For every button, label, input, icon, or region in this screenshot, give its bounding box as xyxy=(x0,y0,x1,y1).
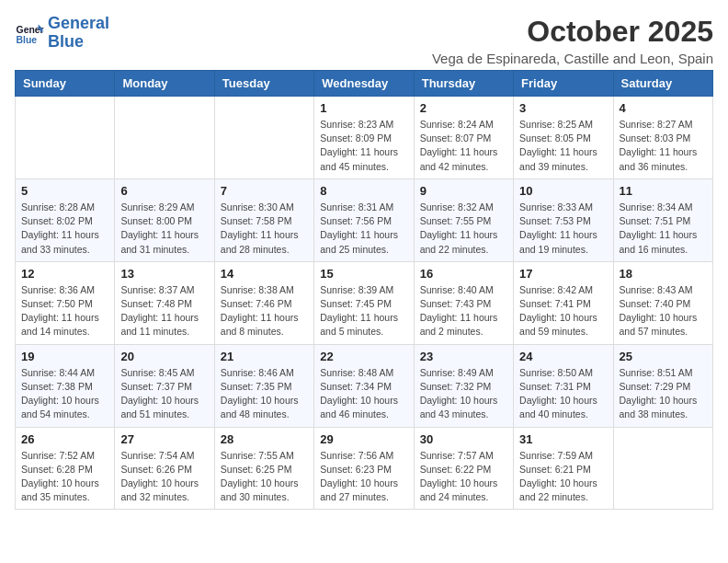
day-number: 31 xyxy=(519,432,607,446)
day-number: 11 xyxy=(620,184,707,198)
weekday-header-saturday: Saturday xyxy=(613,71,712,97)
calendar-cell: 6Sunrise: 8:29 AM Sunset: 8:00 PM Daylig… xyxy=(115,178,214,261)
day-number: 30 xyxy=(420,432,507,446)
day-info: Sunrise: 8:24 AM Sunset: 8:07 PM Dayligh… xyxy=(420,118,507,174)
day-info: Sunrise: 8:27 AM Sunset: 8:03 PM Dayligh… xyxy=(620,118,707,174)
calendar-cell: 22Sunrise: 8:48 AM Sunset: 7:34 PM Dayli… xyxy=(314,344,414,427)
day-number: 1 xyxy=(320,101,407,115)
month-title: October 2025 xyxy=(432,15,713,49)
logo-line1: General xyxy=(48,14,109,32)
calendar-cell: 24Sunrise: 8:50 AM Sunset: 7:31 PM Dayli… xyxy=(514,344,613,427)
week-row-2: 5Sunrise: 8:28 AM Sunset: 8:02 PM Daylig… xyxy=(16,178,713,261)
calendar-cell xyxy=(214,97,313,179)
calendar-cell: 4Sunrise: 8:27 AM Sunset: 8:03 PM Daylig… xyxy=(613,97,712,179)
calendar-cell: 20Sunrise: 8:45 AM Sunset: 7:37 PM Dayli… xyxy=(115,344,214,427)
day-number: 26 xyxy=(21,432,108,446)
day-number: 12 xyxy=(21,267,108,281)
weekday-header-monday: Monday xyxy=(115,71,214,97)
day-number: 9 xyxy=(420,184,507,198)
day-number: 13 xyxy=(120,267,208,281)
day-info: Sunrise: 8:40 AM Sunset: 7:43 PM Dayligh… xyxy=(420,283,507,339)
day-number: 7 xyxy=(221,184,308,198)
calendar-cell xyxy=(613,427,712,510)
calendar-cell xyxy=(115,97,214,179)
calendar-cell: 1Sunrise: 8:23 AM Sunset: 8:09 PM Daylig… xyxy=(314,97,414,179)
day-info: Sunrise: 8:23 AM Sunset: 8:09 PM Dayligh… xyxy=(320,118,407,174)
day-info: Sunrise: 8:36 AM Sunset: 7:50 PM Dayligh… xyxy=(21,283,108,339)
week-row-3: 12Sunrise: 8:36 AM Sunset: 7:50 PM Dayli… xyxy=(16,261,713,344)
calendar-cell: 29Sunrise: 7:56 AM Sunset: 6:23 PM Dayli… xyxy=(314,427,414,510)
day-info: Sunrise: 7:52 AM Sunset: 6:28 PM Dayligh… xyxy=(21,449,108,505)
day-info: Sunrise: 8:39 AM Sunset: 7:45 PM Dayligh… xyxy=(320,283,407,339)
day-number: 2 xyxy=(420,101,507,115)
day-info: Sunrise: 8:34 AM Sunset: 7:51 PM Dayligh… xyxy=(620,201,707,257)
day-number: 19 xyxy=(21,350,108,363)
calendar-cell: 10Sunrise: 8:33 AM Sunset: 7:53 PM Dayli… xyxy=(514,178,613,261)
day-info: Sunrise: 7:57 AM Sunset: 6:22 PM Dayligh… xyxy=(420,449,507,505)
logo: General Blue General Blue xyxy=(15,15,109,52)
calendar-cell: 3Sunrise: 8:25 AM Sunset: 8:05 PM Daylig… xyxy=(514,97,613,179)
svg-text:Blue: Blue xyxy=(17,35,38,45)
day-info: Sunrise: 7:59 AM Sunset: 6:21 PM Dayligh… xyxy=(519,449,607,505)
day-number: 5 xyxy=(21,184,108,198)
calendar-cell: 17Sunrise: 8:42 AM Sunset: 7:41 PM Dayli… xyxy=(514,261,613,344)
day-number: 29 xyxy=(320,432,407,446)
day-info: Sunrise: 8:31 AM Sunset: 7:56 PM Dayligh… xyxy=(320,201,407,257)
day-info: Sunrise: 8:49 AM Sunset: 7:32 PM Dayligh… xyxy=(420,366,507,422)
day-number: 17 xyxy=(519,267,607,281)
day-info: Sunrise: 8:25 AM Sunset: 8:05 PM Dayligh… xyxy=(519,118,607,174)
day-info: Sunrise: 8:43 AM Sunset: 7:40 PM Dayligh… xyxy=(620,283,707,339)
calendar-cell: 12Sunrise: 8:36 AM Sunset: 7:50 PM Dayli… xyxy=(16,261,115,344)
day-info: Sunrise: 8:30 AM Sunset: 7:58 PM Dayligh… xyxy=(221,201,308,257)
calendar-cell: 16Sunrise: 8:40 AM Sunset: 7:43 PM Dayli… xyxy=(414,261,513,344)
calendar-cell: 31Sunrise: 7:59 AM Sunset: 6:21 PM Dayli… xyxy=(514,427,613,510)
calendar-cell: 28Sunrise: 7:55 AM Sunset: 6:25 PM Dayli… xyxy=(214,427,313,510)
day-info: Sunrise: 8:46 AM Sunset: 7:35 PM Dayligh… xyxy=(221,366,308,422)
calendar-cell: 30Sunrise: 7:57 AM Sunset: 6:22 PM Dayli… xyxy=(414,427,513,510)
calendar-cell: 8Sunrise: 8:31 AM Sunset: 7:56 PM Daylig… xyxy=(314,178,414,261)
calendar-table: SundayMondayTuesdayWednesdayThursdayFrid… xyxy=(15,70,713,510)
week-row-1: 1Sunrise: 8:23 AM Sunset: 8:09 PM Daylig… xyxy=(16,97,713,179)
logo-icon: General Blue xyxy=(15,18,44,48)
day-info: Sunrise: 8:50 AM Sunset: 7:31 PM Dayligh… xyxy=(519,366,607,422)
day-number: 21 xyxy=(221,350,308,363)
weekday-header-thursday: Thursday xyxy=(414,71,513,97)
calendar-cell: 5Sunrise: 8:28 AM Sunset: 8:02 PM Daylig… xyxy=(16,178,115,261)
day-number: 8 xyxy=(320,184,407,198)
calendar-cell: 26Sunrise: 7:52 AM Sunset: 6:28 PM Dayli… xyxy=(16,427,115,510)
day-info: Sunrise: 8:48 AM Sunset: 7:34 PM Dayligh… xyxy=(320,366,407,422)
day-number: 25 xyxy=(620,350,707,363)
calendar-cell: 15Sunrise: 8:39 AM Sunset: 7:45 PM Dayli… xyxy=(314,261,414,344)
day-info: Sunrise: 8:42 AM Sunset: 7:41 PM Dayligh… xyxy=(519,283,607,339)
day-info: Sunrise: 7:56 AM Sunset: 6:23 PM Dayligh… xyxy=(320,449,407,505)
day-info: Sunrise: 8:33 AM Sunset: 7:53 PM Dayligh… xyxy=(519,201,607,257)
calendar-cell: 14Sunrise: 8:38 AM Sunset: 7:46 PM Dayli… xyxy=(214,261,313,344)
day-number: 10 xyxy=(519,184,607,198)
day-number: 23 xyxy=(420,350,507,363)
weekday-header-wednesday: Wednesday xyxy=(314,71,414,97)
day-number: 16 xyxy=(420,267,507,281)
weekday-header-row: SundayMondayTuesdayWednesdayThursdayFrid… xyxy=(16,71,713,97)
calendar-cell xyxy=(16,97,115,179)
day-info: Sunrise: 8:51 AM Sunset: 7:29 PM Dayligh… xyxy=(620,366,707,422)
calendar-cell: 11Sunrise: 8:34 AM Sunset: 7:51 PM Dayli… xyxy=(613,178,712,261)
day-number: 15 xyxy=(320,267,407,281)
day-info: Sunrise: 8:45 AM Sunset: 7:37 PM Dayligh… xyxy=(120,366,208,422)
day-number: 24 xyxy=(519,350,607,363)
calendar-cell: 9Sunrise: 8:32 AM Sunset: 7:55 PM Daylig… xyxy=(414,178,513,261)
day-number: 14 xyxy=(221,267,308,281)
day-number: 22 xyxy=(320,350,407,363)
day-number: 28 xyxy=(221,432,308,446)
day-info: Sunrise: 8:32 AM Sunset: 7:55 PM Dayligh… xyxy=(420,201,507,257)
weekday-header-tuesday: Tuesday xyxy=(214,71,313,97)
calendar-cell: 7Sunrise: 8:30 AM Sunset: 7:58 PM Daylig… xyxy=(214,178,313,261)
calendar-cell: 23Sunrise: 8:49 AM Sunset: 7:32 PM Dayli… xyxy=(414,344,513,427)
day-info: Sunrise: 7:54 AM Sunset: 6:26 PM Dayligh… xyxy=(120,449,208,505)
day-number: 18 xyxy=(620,267,707,281)
calendar-cell: 19Sunrise: 8:44 AM Sunset: 7:38 PM Dayli… xyxy=(16,344,115,427)
week-row-5: 26Sunrise: 7:52 AM Sunset: 6:28 PM Dayli… xyxy=(16,427,713,510)
calendar-cell: 21Sunrise: 8:46 AM Sunset: 7:35 PM Dayli… xyxy=(214,344,313,427)
day-info: Sunrise: 8:28 AM Sunset: 8:02 PM Dayligh… xyxy=(21,201,108,257)
day-number: 6 xyxy=(120,184,208,198)
day-info: Sunrise: 7:55 AM Sunset: 6:25 PM Dayligh… xyxy=(221,449,308,505)
